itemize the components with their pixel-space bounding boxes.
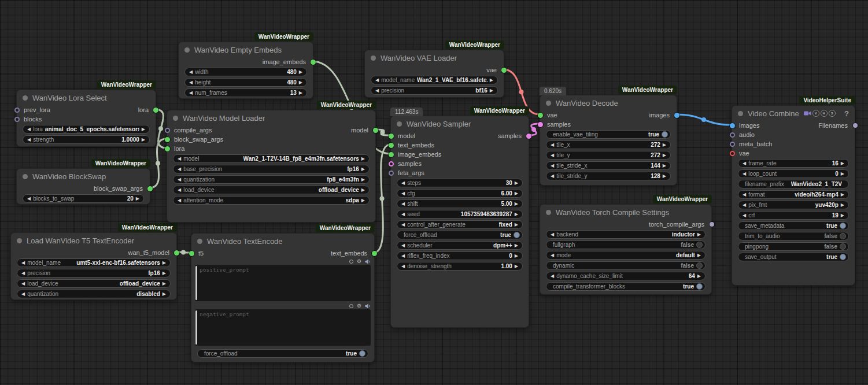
circle-icon[interactable] [349,304,353,308]
gear-icon[interactable]: ⚙ [357,303,361,309]
decrement-arrow-icon[interactable]: ◀ [189,70,193,75]
collapse-dot-icon[interactable] [397,121,402,127]
help-icon[interactable]: ? [844,109,849,118]
node-title-bar[interactable]: WanVideo Sampler [391,116,529,131]
output-slot-samples[interactable] [526,134,531,139]
input-slot-vae[interactable] [730,151,735,156]
decrement-arrow-icon[interactable]: ◀ [21,261,25,265]
node-lora_select[interactable]: WanVideoWrapperWanVideo Lora Selectprev_… [16,90,156,147]
widget-quantization[interactable]: ◀quantizationdisabled▶ [17,290,171,298]
node-title-bar[interactable]: WanVideo BlockSwap [17,169,150,184]
toggle-knob[interactable] [696,262,703,269]
increment-arrow-icon[interactable]: ▶ [841,203,844,208]
increment-arrow-icon[interactable]: ▶ [515,264,518,269]
input-slot-samples[interactable] [538,122,543,127]
input-slot-image_embeds[interactable] [389,152,394,157]
increment-arrow-icon[interactable]: ▶ [515,254,518,258]
node-title-bar[interactable]: WanVideo Decode [540,95,677,110]
decrement-arrow-icon[interactable]: ◀ [178,157,181,161]
widget-enable_vae_tiling[interactable]: enable_vae_tilingtrue [546,130,671,139]
widget-fullgraph[interactable]: fullgraphfalse [546,240,706,249]
widget-quantization[interactable]: ◀quantizationfp8_e4m3fn▶ [173,175,370,184]
node-title-bar[interactable]: WanVideo Empty Embeds [179,42,313,57]
output-slot-image_embeds[interactable] [311,60,316,65]
input-slot-images[interactable] [730,123,735,128]
collapse-dot-icon[interactable] [546,210,551,215]
increment-arrow-icon[interactable]: ▶ [697,253,701,258]
node-title-bar[interactable]: WanVideo Model Loader [167,110,375,125]
node-title-bar[interactable]: WanVideo TextEncode [191,234,374,249]
widget-tile_y[interactable]: ◀tile_y272▶ [546,151,671,160]
output-slot-lora[interactable] [153,108,158,113]
input-slot-samples[interactable] [389,161,394,166]
decrement-arrow-icon[interactable]: ◀ [375,78,379,83]
decrement-arrow-icon[interactable]: ◀ [551,153,554,158]
input-slot-blocks[interactable] [14,117,20,122]
widget-steps[interactable]: ◀steps30▶ [397,179,523,187]
widget-mode[interactable]: ◀modedefault▶ [546,251,706,260]
widget-tile_x[interactable]: ◀tile_x272▶ [546,140,671,149]
increment-arrow-icon[interactable]: ▶ [515,243,518,248]
increment-arrow-icon[interactable]: ▶ [663,153,666,158]
output-slot-vae[interactable] [501,68,507,73]
decrement-arrow-icon[interactable]: ◀ [189,80,193,85]
increment-arrow-icon[interactable]: ▶ [515,202,518,206]
toggle-knob[interactable] [359,350,365,357]
toggle-knob[interactable] [840,254,846,260]
input-slot-feta_args[interactable] [389,171,394,176]
increment-arrow-icon[interactable]: ▶ [515,181,518,186]
output-slot-text_embeds[interactable] [372,251,377,256]
node-model_loader[interactable]: WanVideoWrapperWanVideo Model Loadercomp… [167,110,376,223]
decrement-arrow-icon[interactable]: ◀ [551,232,554,237]
widget-backend[interactable]: ◀backendinductor▶ [546,230,706,239]
input-slot-model[interactable] [389,134,394,139]
widget-save_output[interactable]: save_outputtrue [738,253,849,261]
widget-riflex_freq_index[interactable]: ◀riflex_freq_index0▶ [397,251,523,260]
widget-model[interactable]: ◀modelWan2_1-T2V-14B_fp8_e4m3fn.safetens… [173,154,370,163]
increment-arrow-icon[interactable]: ▶ [299,91,302,95]
increment-arrow-icon[interactable]: ▶ [663,174,666,179]
widget-load_device[interactable]: ◀load_deviceoffload_device▶ [17,279,171,288]
node-title-bar[interactable]: WanVideo Torch Compile Settings [540,205,711,220]
node-torch_compile[interactable]: WanVideoWrapperWanVideo Torch Compile Se… [540,204,712,295]
input-slot-compile_args[interactable] [165,128,170,133]
decrement-arrow-icon[interactable]: ◀ [178,198,181,203]
widget-precision[interactable]: ◀precisionbf16▶ [371,86,498,95]
output-slot-block_swap_args[interactable] [147,186,153,191]
widget-model_name[interactable]: ◀model_nameWan2_1_VAE_bf16.safete...▶ [371,76,498,84]
increment-arrow-icon[interactable]: ▶ [697,274,701,279]
increment-arrow-icon[interactable]: ▶ [142,138,145,142]
widget-load_device[interactable]: ◀load_deviceoffload_device▶ [173,186,370,194]
collapse-dot-icon[interactable] [197,239,202,244]
decrement-arrow-icon[interactable]: ◀ [178,177,181,182]
decrement-arrow-icon[interactable]: ◀ [401,212,405,217]
decrement-arrow-icon[interactable]: ◀ [21,271,25,276]
increment-arrow-icon[interactable]: ▶ [841,192,844,197]
increment-arrow-icon[interactable]: ▶ [136,197,139,201]
widget-strength[interactable]: ◀strength1.0000▶ [23,135,150,144]
decrement-arrow-icon[interactable]: ◀ [401,181,405,186]
collapse-dot-icon[interactable] [17,238,22,243]
widget-denoise_strength[interactable]: ◀denoise_strength1.00▶ [397,262,523,271]
decrement-arrow-icon[interactable]: ◀ [551,174,554,179]
increment-arrow-icon[interactable]: ▶ [841,172,844,176]
widget-control_after_generate[interactable]: ◀control_after_generatefixed▶ [397,220,523,229]
node-title-bar[interactable]: WanVideo VAE Loader [365,50,504,65]
widget-save_metadata[interactable]: save_metadatatrue [738,221,849,230]
decrement-arrow-icon[interactable]: ◀ [743,203,746,208]
widget-positive_prompt-textarea[interactable]: positive_prompt [195,265,371,301]
widget-precision[interactable]: ◀precisionfp16▶ [17,269,171,277]
increment-arrow-icon[interactable]: ▶ [490,78,493,83]
widget-width[interactable]: ◀width480▶ [184,68,307,76]
widget-pix_fmt[interactable]: ◀pix_fmtyuv420p▶ [738,201,849,209]
widget-pingpong[interactable]: pingpongfalse [738,242,849,251]
input-slot-text_embeds[interactable] [389,143,394,148]
node-blockswap[interactable]: WanVideoWrapperWanVideo BlockSwapblock_s… [16,168,150,205]
increment-arrow-icon[interactable]: ▶ [515,191,518,196]
increment-arrow-icon[interactable]: ▶ [162,292,166,297]
increment-arrow-icon[interactable]: ▶ [162,271,166,276]
gear-icon[interactable]: ⚙ [357,259,361,264]
increment-arrow-icon[interactable]: ▶ [361,177,365,182]
node-empty_embeds[interactable]: WanVideoWrapperWanVideo Empty Embedsimag… [178,42,313,99]
widget-blocks_to_swap[interactable]: ◀blocks_to_swap20▶ [23,194,144,203]
